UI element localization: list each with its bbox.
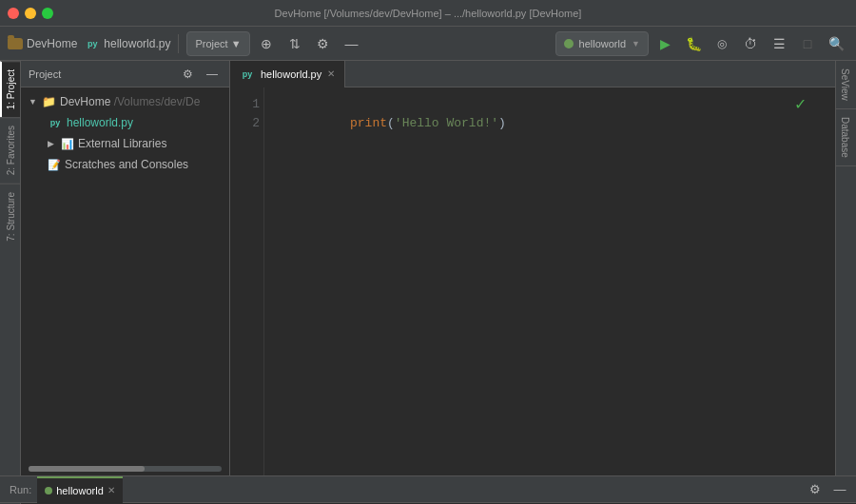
tree-item-devhome[interactable]: 📁 DevHome /Volumes/dev/De (21, 91, 229, 112)
project-collapse-icon[interactable]: — (203, 65, 222, 84)
devhome-label: DevHome (27, 37, 77, 50)
bottom-tab-helloworld[interactable]: helloworld ✕ (37, 476, 123, 503)
stop-button[interactable]: □ (795, 31, 820, 56)
sidebar-item-favorites[interactable]: 2: Favorites (0, 117, 20, 183)
folder-devhome-icon: 📁 (42, 95, 56, 108)
run-config-icon (564, 39, 574, 48)
options-button[interactable]: ⇅ (282, 31, 307, 56)
bottom-minimize-icon[interactable]: — (827, 477, 852, 502)
project-panel-header: Project ⚙ — (21, 61, 229, 87)
editor-area: py helloworld.py ✕ 1 2 print('Hello Worl… (230, 61, 835, 475)
tree-item-devhome-label: DevHome /Volumes/dev/De (60, 95, 200, 108)
paren-open: ( (387, 116, 395, 130)
bottom-settings-icon[interactable]: ⚙ (803, 477, 827, 502)
bottom-panel: Run: helloworld ✕ ⚙ — ▶ ↑ ↓ ☰ » » /usr/l… (0, 475, 856, 504)
file-saved-checkmark: ✓ (794, 95, 807, 113)
editor-tabs: py helloworld.py ✕ (230, 61, 835, 87)
sidebar-right-database[interactable]: Database (836, 109, 856, 166)
add-button[interactable]: ⊕ (254, 31, 279, 56)
debug-button[interactable]: 🐛 (681, 31, 706, 56)
run-config-dropdown[interactable]: helloworld ▼ (555, 31, 649, 56)
project-dropdown[interactable]: Project ▼ (186, 31, 249, 56)
close-button[interactable] (8, 8, 19, 19)
py-file-icon: py (48, 116, 63, 129)
paren-close: ) (498, 116, 506, 130)
tree-item-scratches-label: Scratches and Consoles (65, 158, 188, 171)
code-line-1: print('Hello World!') (276, 95, 824, 114)
traffic-lights (8, 8, 53, 19)
settings-button[interactable]: ⚙ (311, 31, 336, 56)
external-libs-icon: 📊 (61, 138, 74, 150)
bottom-tab-close[interactable]: ✕ (107, 485, 115, 495)
toolbar: DevHome py helloworld.py Project ▼ ⊕ ⇅ ⚙… (0, 27, 856, 61)
project-header-title: Project (29, 68, 172, 80)
project-scrollbar[interactable] (29, 466, 222, 472)
minimize-button[interactable] (25, 8, 36, 19)
window-title: DevHome [/Volumes/dev/DevHome] – .../hel… (275, 8, 582, 19)
maximize-button[interactable] (42, 8, 53, 19)
devhome-folder-icon (8, 38, 23, 49)
rerun-button[interactable]: ☰ (767, 31, 791, 56)
chevron-ext-libs (48, 139, 57, 148)
run-button[interactable]: ▶ (652, 31, 677, 56)
toolbar-separator-1 (178, 34, 179, 53)
left-sidebar-tabs: 1: Project 2: Favorites 7: Structure (0, 61, 21, 475)
tree-item-helloworld[interactable]: py helloworld.py (21, 112, 229, 133)
project-panel: Project ⚙ — 📁 DevHome /Volumes/dev/De py… (21, 61, 230, 475)
tree-item-external-libs-label: External Libraries (78, 137, 166, 150)
editor-tab-helloworld[interactable]: py helloworld.py ✕ (230, 61, 345, 87)
tree-item-helloworld-label: helloworld.py (67, 116, 133, 129)
bottom-tab-run-label: helloworld (56, 485, 104, 496)
project-settings-icon[interactable]: ⚙ (178, 65, 197, 84)
title-bar: DevHome [/Volumes/dev/DevHome] – .../hel… (0, 0, 856, 27)
tree-item-external-libs[interactable]: 📊 External Libraries (21, 133, 229, 154)
dropdown-arrow: ▼ (632, 39, 640, 48)
run-label: Run: (4, 484, 37, 495)
right-sidebar-tabs: SeView Database (835, 61, 856, 475)
file-py-icon: py (85, 37, 100, 50)
editor-tab-close[interactable]: ✕ (327, 68, 335, 79)
project-label: Project ▼ (195, 38, 241, 49)
project-tree: 📁 DevHome /Volumes/dev/De py helloworld.… (21, 87, 229, 462)
code-editor[interactable]: print('Hello World!') (264, 87, 835, 475)
filename-label: helloworld.py (104, 37, 170, 50)
project-scrollbar-thumb (29, 466, 145, 472)
sidebar-right-seview[interactable]: SeView (836, 61, 856, 109)
string-hello: 'Hello World!' (395, 116, 498, 130)
editor-content[interactable]: 1 2 print('Hello World!') ✓ (230, 87, 835, 475)
line-num-1: 1 (234, 95, 260, 114)
coverage-button[interactable]: ◎ (710, 31, 734, 56)
keyword-print: print (350, 116, 387, 130)
scratches-icon: 📝 (48, 159, 61, 171)
main-layout: 1: Project 2: Favorites 7: Structure Pro… (0, 61, 856, 475)
run-dot-small (45, 487, 52, 494)
sidebar-item-structure[interactable]: 7: Structure (0, 184, 20, 249)
tab-py-icon: py (240, 68, 255, 81)
search-button[interactable]: 🔍 (824, 31, 848, 56)
bottom-tabs: Run: helloworld ✕ ⚙ — (0, 476, 856, 503)
sidebar-item-project[interactable]: 1: Project (0, 61, 20, 117)
line-numbers: 1 2 (230, 87, 264, 475)
chevron-devhome (29, 97, 38, 107)
profile-button[interactable]: ⏱ (738, 31, 763, 56)
line-num-2: 2 (234, 114, 260, 133)
run-config-label: helloworld (579, 38, 627, 49)
editor-tab-label: helloworld.py (261, 68, 321, 80)
collapse-button[interactable]: — (340, 31, 364, 56)
tree-item-scratches[interactable]: 📝 Scratches and Consoles (21, 154, 229, 175)
